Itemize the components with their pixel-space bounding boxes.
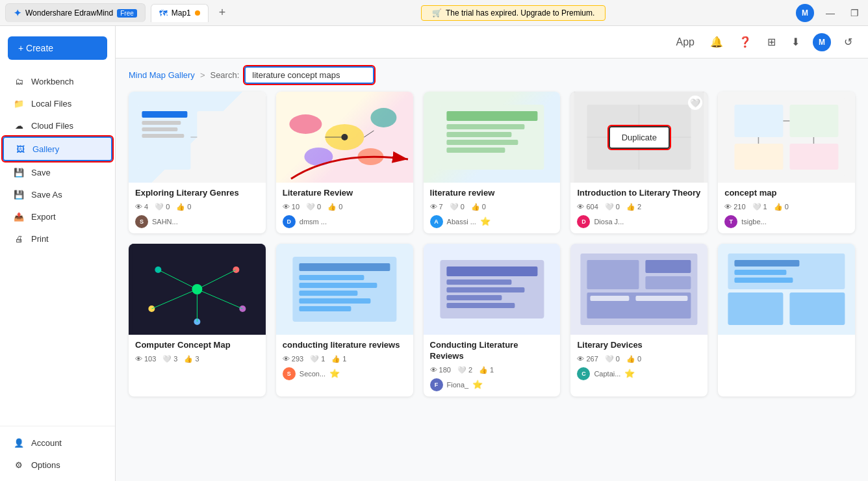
refresh-button[interactable]: ↺ xyxy=(841,33,855,51)
svg-point-9 xyxy=(289,114,322,134)
card-literature-review[interactable]: Literature Review 👁 10 🤍 0 👍 0 D dmsm ..… xyxy=(276,92,413,233)
gallery-label: Gallery xyxy=(32,144,59,154)
svg-rect-66 xyxy=(646,276,691,289)
main-layout: + Create 🗂 Workbench 📁 Local Files ☁ Clo… xyxy=(0,26,868,481)
shares-8: 👍 1 xyxy=(479,366,494,374)
sidebar-item-export[interactable]: 📤 Export xyxy=(3,205,112,228)
user-avatar-nav: M xyxy=(813,33,831,51)
restore-button[interactable]: ❐ xyxy=(847,6,863,20)
svg-rect-73 xyxy=(790,292,845,325)
notification-button[interactable]: 🔔 xyxy=(708,33,726,51)
grid-view-button[interactable]: ⊞ xyxy=(765,33,778,51)
svg-rect-65 xyxy=(646,260,691,273)
card-author-5: T tsigbe... xyxy=(724,215,849,228)
shares-9: 👍 0 xyxy=(626,355,641,363)
thumb-svg-3 xyxy=(424,92,561,183)
svg-rect-20 xyxy=(446,140,518,145)
thumb-svg-5 xyxy=(718,92,855,183)
card-computer-concept-map[interactable]: Computer Concept Map 👁 103 🤍 3 👍 3 xyxy=(129,244,266,396)
create-button[interactable]: + Create xyxy=(8,36,107,60)
author-avatar-1: S xyxy=(135,215,148,228)
app-button[interactable]: App xyxy=(674,34,697,51)
svg-rect-50 xyxy=(299,275,364,280)
sidebar-item-options[interactable]: ⚙ Options xyxy=(3,454,112,476)
author-name-5: tsigbe... xyxy=(741,218,767,226)
author-name-7: Secon... xyxy=(300,370,326,378)
sidebar-item-account[interactable]: 👤 Account xyxy=(3,432,112,454)
card-literature-review-2[interactable]: literature review 👁 7 🤍 0 👍 0 A Abassi .… xyxy=(424,92,561,233)
svg-rect-68 xyxy=(591,296,630,301)
heart-btn[interactable]: 🤍 xyxy=(688,96,702,110)
card-title-9: Literary Devices xyxy=(577,340,701,351)
gallery-link[interactable]: Mind Map Gallery xyxy=(129,70,195,80)
author-avatar-2: D xyxy=(283,215,296,228)
search-label: Search: xyxy=(210,70,239,80)
duplicate-button[interactable]: Duplicate xyxy=(609,126,670,149)
export-icon: 📤 xyxy=(13,211,25,222)
minimize-button[interactable]: — xyxy=(822,6,839,20)
svg-rect-61 xyxy=(446,303,515,308)
sidebar-item-cloud-files[interactable]: ☁ Cloud Files xyxy=(3,114,112,136)
sidebar-item-local-files[interactable]: 📁 Local Files xyxy=(3,92,112,114)
options-label: Options xyxy=(31,460,60,470)
card-exploring-literary-genres[interactable]: Exploring Literary Genres 👁 4 🤍 0 👍 0 S … xyxy=(129,92,266,233)
card-thumb-9 xyxy=(570,244,708,335)
card-thumb-4: Duplicate 🤍 xyxy=(570,92,708,183)
card-thumb-2 xyxy=(276,92,413,183)
svg-rect-21 xyxy=(446,148,505,153)
sidebar-item-save[interactable]: 💾 Save xyxy=(3,161,112,183)
author-name-4: Diosa J... xyxy=(594,218,624,226)
card-intro-literary-theory[interactable]: Duplicate 🤍 Introduction to Literary The… xyxy=(570,92,708,233)
options-icon: ⚙ xyxy=(13,459,25,471)
author-name-8: Fiona_ xyxy=(447,381,469,389)
card-meta-9: 👁 267 🤍 0 👍 0 xyxy=(577,355,701,363)
card-title-2: Literature Review xyxy=(283,188,407,199)
gold-badge-9: ⭐ xyxy=(624,369,635,378)
views-9: 👁 267 xyxy=(577,355,598,363)
shares-4: 👍 2 xyxy=(626,203,641,211)
card-literary-devices[interactable]: Literary Devices 👁 267 🤍 0 👍 0 C Captai.… xyxy=(570,244,708,396)
help-button[interactable]: ❓ xyxy=(736,33,754,51)
sidebar-item-workbench[interactable]: 🗂 Workbench xyxy=(3,70,112,92)
likes-5: 🤍 1 xyxy=(752,203,767,211)
search-input[interactable] xyxy=(244,66,374,84)
svg-rect-74 xyxy=(735,260,800,266)
sidebar-item-print[interactable]: 🖨 Print xyxy=(3,228,112,250)
local-files-label: Local Files xyxy=(31,99,71,109)
views-1: 👁 4 xyxy=(135,203,148,211)
svg-rect-76 xyxy=(735,278,793,283)
download-button[interactable]: ⬇ xyxy=(789,33,802,51)
views-6: 👁 103 xyxy=(135,355,156,363)
card-conducting-literature-reviews[interactable]: conducting literature reviews 👁 293 🤍 1 … xyxy=(276,244,413,396)
card-thumb-3 xyxy=(424,92,561,183)
free-badge: Free xyxy=(117,9,137,18)
print-icon: 🖨 xyxy=(13,233,25,244)
sidebar-item-save-as[interactable]: 💾 Save As xyxy=(3,183,112,205)
map1-tab[interactable]: 🗺 Map1 xyxy=(151,4,209,22)
app-logo-icon: ✦ xyxy=(14,8,21,18)
card-concept-map[interactable]: concept map 👁 210 🤍 1 👍 0 T tsigbe... xyxy=(718,92,855,233)
svg-rect-49 xyxy=(299,263,390,271)
likes-3: 🤍 0 xyxy=(450,203,465,211)
author-name-2: dmsm ... xyxy=(300,218,327,226)
svg-rect-54 xyxy=(299,306,351,311)
thumb-svg-9 xyxy=(570,244,708,335)
sidebar-item-gallery[interactable]: 🖼 Gallery xyxy=(3,136,112,161)
svg-rect-2 xyxy=(197,111,255,163)
svg-rect-52 xyxy=(299,291,357,296)
add-tab-button[interactable]: + xyxy=(214,3,231,22)
likes-9: 🤍 0 xyxy=(605,355,620,363)
app-tab[interactable]: ✦ Wondershare EdrawMind Free xyxy=(5,3,146,22)
card-meta-5: 👁 210 🤍 1 👍 0 xyxy=(724,203,849,211)
thumb-svg-2 xyxy=(276,92,413,183)
card-body-3: literature review 👁 7 🤍 0 👍 0 A Abassi .… xyxy=(424,183,561,233)
card-title-1: Exploring Literary Genres xyxy=(135,188,259,199)
card-conducting-literature-reviews-2[interactable]: Conducting Literature Reviews 👁 180 🤍 2 … xyxy=(424,244,561,396)
card-meta-2: 👁 10 🤍 0 👍 0 xyxy=(283,203,407,211)
card-title-6: Computer Concept Map xyxy=(135,340,259,351)
save-icon: 💾 xyxy=(13,166,25,178)
author-avatar-7: S xyxy=(283,367,296,380)
account-label: Account xyxy=(31,438,62,448)
card-last[interactable] xyxy=(718,244,855,396)
svg-rect-17 xyxy=(446,111,537,121)
